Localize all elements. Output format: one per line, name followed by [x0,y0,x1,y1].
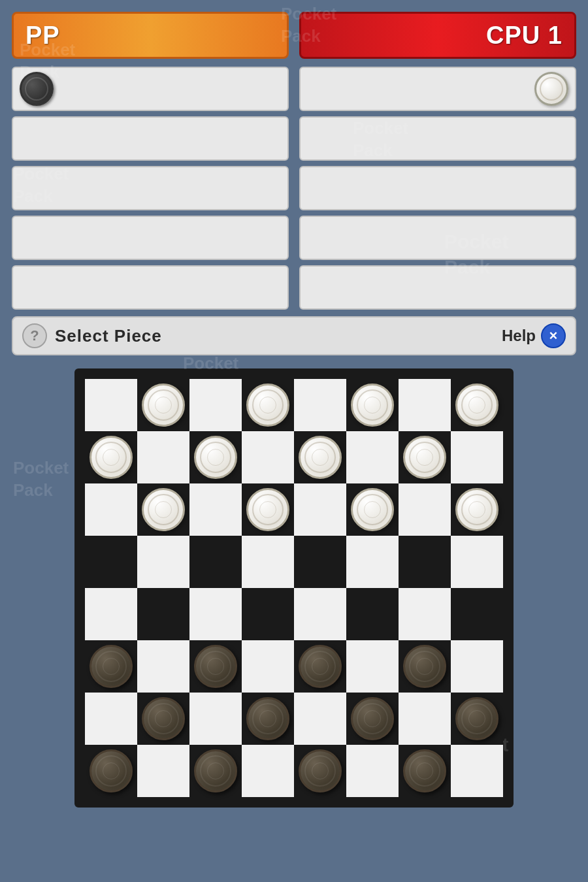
board-piece-6-5[interactable] [351,697,394,740]
cell-5-4[interactable] [294,640,346,693]
cell-3-1[interactable] [137,536,189,588]
cell-7-7[interactable] [451,745,503,797]
board-piece-1-2[interactable] [194,436,237,479]
cell-3-5[interactable] [346,536,399,588]
cell-2-6[interactable] [399,483,451,536]
board-piece-2-5[interactable] [351,488,394,531]
board-piece-6-7[interactable] [455,697,498,740]
cell-5-6[interactable] [399,640,451,693]
pp-label: PP [25,22,60,50]
pp-piece-row-2 [12,116,289,161]
cell-1-0[interactable] [85,431,137,483]
cell-3-2[interactable] [189,536,242,588]
cell-3-4[interactable] [294,536,346,588]
board-piece-5-6[interactable] [403,645,446,688]
cell-1-3[interactable] [242,431,294,483]
close-button[interactable]: × [541,323,566,348]
cell-2-5[interactable] [346,483,399,536]
cell-2-1[interactable] [137,483,189,536]
cpu-pieces-column [299,67,576,310]
board-piece-0-3[interactable] [246,384,289,427]
cell-6-6[interactable] [399,693,451,745]
cell-6-1[interactable] [137,693,189,745]
cell-6-0[interactable] [85,693,137,745]
cell-4-1[interactable] [137,588,189,640]
cell-2-0[interactable] [85,483,137,536]
cell-3-7[interactable] [451,536,503,588]
board-piece-2-7[interactable] [455,488,498,531]
cpu-piece-row-4 [299,216,576,260]
cpu-piece-row-1 [299,67,576,111]
cell-7-2[interactable] [189,745,242,797]
cell-0-2[interactable] [189,379,242,431]
cell-5-1[interactable] [137,640,189,693]
board-piece-5-4[interactable] [299,645,342,688]
cell-3-6[interactable] [399,536,451,588]
cell-5-0[interactable] [85,640,137,693]
cell-1-4[interactable] [294,431,346,483]
checkers-board[interactable] [84,378,504,798]
cell-6-7[interactable] [451,693,503,745]
cell-7-4[interactable] [294,745,346,797]
white-checker-piece [534,72,568,106]
cell-4-2[interactable] [189,588,242,640]
cell-1-1[interactable] [137,431,189,483]
cell-5-7[interactable] [451,640,503,693]
cell-7-5[interactable] [346,745,399,797]
cpu-bar: CPU 1 [299,12,576,59]
cell-1-7[interactable] [451,431,503,483]
cell-0-4[interactable] [294,379,346,431]
cell-5-3[interactable] [242,640,294,693]
cell-5-2[interactable] [189,640,242,693]
cell-1-5[interactable] [346,431,399,483]
board-piece-0-7[interactable] [455,384,498,427]
cell-7-1[interactable] [137,745,189,797]
cell-0-6[interactable] [399,379,451,431]
cell-4-6[interactable] [399,588,451,640]
cell-4-7[interactable] [451,588,503,640]
board-piece-1-0[interactable] [90,436,133,479]
cell-7-6[interactable] [399,745,451,797]
board-piece-7-0[interactable] [90,749,133,792]
board-piece-6-3[interactable] [246,697,289,740]
cell-0-3[interactable] [242,379,294,431]
cell-7-0[interactable] [85,745,137,797]
board-piece-7-4[interactable] [299,749,342,792]
cell-2-3[interactable] [242,483,294,536]
board-piece-6-1[interactable] [142,697,185,740]
cell-6-4[interactable] [294,693,346,745]
cell-6-2[interactable] [189,693,242,745]
board-piece-7-2[interactable] [194,749,237,792]
cell-1-2[interactable] [189,431,242,483]
cell-0-0[interactable] [85,379,137,431]
cell-2-7[interactable] [451,483,503,536]
cell-3-3[interactable] [242,536,294,588]
board-piece-2-1[interactable] [142,488,185,531]
cell-4-5[interactable] [346,588,399,640]
cell-3-0[interactable] [85,536,137,588]
cell-0-7[interactable] [451,379,503,431]
board-piece-5-2[interactable] [194,645,237,688]
pieces-section [12,67,576,310]
board-piece-0-5[interactable] [351,384,394,427]
cell-2-2[interactable] [189,483,242,536]
board-piece-5-0[interactable] [90,645,133,688]
cell-0-1[interactable] [137,379,189,431]
cell-4-4[interactable] [294,588,346,640]
board-piece-1-4[interactable] [299,436,342,479]
cell-5-5[interactable] [346,640,399,693]
cell-7-3[interactable] [242,745,294,797]
cell-6-5[interactable] [346,693,399,745]
cell-6-3[interactable] [242,693,294,745]
cell-2-4[interactable] [294,483,346,536]
status-bar: ? Select Piece Help × [12,316,576,355]
cell-4-0[interactable] [85,588,137,640]
board-piece-2-3[interactable] [246,488,289,531]
cell-0-5[interactable] [346,379,399,431]
cell-1-6[interactable] [399,431,451,483]
board-piece-7-6[interactable] [403,749,446,792]
black-checker-piece [20,72,54,106]
cell-4-3[interactable] [242,588,294,640]
board-piece-1-6[interactable] [403,436,446,479]
board-piece-0-1[interactable] [142,384,185,427]
